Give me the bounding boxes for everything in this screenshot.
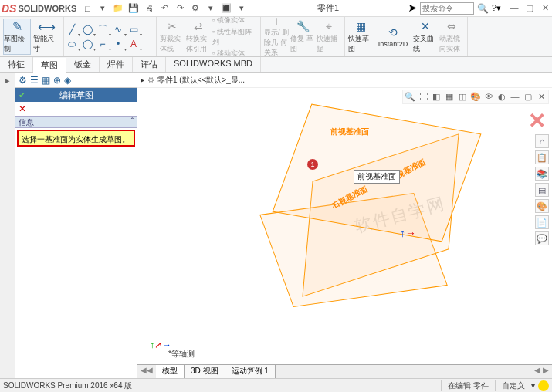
appearance-icon[interactable]: ◈: [64, 75, 71, 86]
point-tool-icon[interactable]: •: [112, 38, 124, 50]
search-input[interactable]: [420, 2, 474, 15]
qat-rebuild-icon[interactable]: 🔳: [220, 2, 232, 15]
help-icon[interactable]: ?▾: [492, 3, 501, 13]
qat-dd3-icon[interactable]: ▾: [235, 2, 248, 15]
custom-text[interactable]: 自定义: [495, 380, 531, 391]
qat-dd-icon[interactable]: ▾: [97, 2, 109, 15]
search-toggle-icon[interactable]: ⮞: [408, 4, 417, 13]
smart-dimension-button[interactable]: ⟷ 智能尺 寸: [32, 19, 60, 55]
front-plane-label: 前视基准面: [330, 127, 369, 137]
tab-sheetmetal[interactable]: 钣金: [66, 57, 100, 72]
view-orientation-label: *等轴测: [168, 349, 195, 360]
repair-button[interactable]: 🔧修复 草图: [290, 19, 315, 55]
motion-tabs: ◀◀ 模型 3D 视图 运动算例 1 ◀ ▶: [137, 364, 552, 378]
maximize-icon[interactable]: ▢: [524, 3, 535, 13]
res-icon[interactable]: 📋: [535, 150, 549, 164]
forum-icon[interactable]: 💬: [535, 231, 549, 245]
qat-dd2-icon[interactable]: ▾: [205, 2, 217, 15]
tab-features[interactable]: 特征: [0, 57, 33, 72]
quick-sketch-button[interactable]: ▦快速草 图: [348, 19, 373, 55]
qat-new-icon[interactable]: □: [81, 2, 93, 15]
sketch-icon: ✎: [12, 19, 22, 34]
qat-options-icon[interactable]: ⚙: [189, 2, 201, 15]
breadcrumb-text[interactable]: 零件1 (默认<<默认>_显...: [157, 75, 245, 86]
quick-snap-button[interactable]: ⌖快速捕 捉: [317, 19, 341, 55]
rebuild-warn-icon[interactable]: [538, 380, 549, 391]
close-icon[interactable]: ✕: [540, 3, 550, 13]
hud-min-icon[interactable]: —: [510, 92, 520, 102]
model-tab[interactable]: 模型: [156, 365, 185, 378]
cross-curve-button[interactable]: ✕交叉曲 线: [413, 19, 438, 55]
ok-icon[interactable]: ✔: [19, 90, 25, 100]
hud-fit-icon[interactable]: ⛶: [418, 92, 428, 102]
spline-tool-icon[interactable]: ∿: [112, 23, 124, 35]
tree-tab-icon[interactable]: ▸: [5, 76, 10, 86]
hud-hide-icon[interactable]: ◐: [496, 92, 507, 102]
prop-icon[interactable]: 📄: [535, 215, 549, 229]
content-area: ▸ ⚙ ☰ ▦ ⊕ ◈ ✔ 编辑草图 ✕ 信息 ˆ 选择一基准面为实体生成草图。…: [0, 73, 552, 378]
hud-close-icon[interactable]: ✕: [536, 92, 547, 102]
motion-study-tab[interactable]: 运动算例 1: [225, 365, 276, 378]
feature-tree-icon[interactable]: ⚙: [19, 75, 27, 86]
tab-sketch[interactable]: 草图: [33, 58, 66, 73]
qat-save-icon[interactable]: 💾: [127, 2, 140, 15]
convert-button[interactable]: ⇄转换实 体引用: [186, 19, 211, 55]
tab-evaluate[interactable]: 评估: [133, 57, 166, 72]
tab-mbd[interactable]: SOLIDWORKS MBD: [166, 57, 261, 72]
appear-icon[interactable]: 🎨: [535, 199, 549, 213]
slot-tool-icon[interactable]: ⬭: [66, 38, 78, 50]
sketch-create-button[interactable]: ✎ 草图绘 制: [3, 19, 31, 55]
relations-button[interactable]: ⊥显示/ 删除几 何关系: [264, 19, 289, 55]
part-icon: ⚙: [147, 76, 154, 84]
trim-button[interactable]: ✂剪裁实 体线: [160, 19, 185, 55]
plane-callout: 前视基准面: [354, 170, 400, 184]
hud-scene-icon[interactable]: 🎨: [470, 92, 481, 102]
ellipse-tool-icon[interactable]: ◯: [81, 38, 93, 50]
tab-scroll-left-icon[interactable]: ◀◀: [137, 365, 156, 378]
text-tool-icon[interactable]: A: [127, 38, 140, 50]
arc-tool-icon[interactable]: ⌒: [97, 23, 109, 35]
tab-scroll-right-icon[interactable]: ◀ ▶: [531, 365, 552, 378]
hud-display-icon[interactable]: ▦: [444, 92, 455, 102]
fillet-tool-icon[interactable]: ⌐: [97, 38, 109, 50]
qat-undo-icon[interactable]: ↶: [158, 2, 171, 15]
panel-title: 编辑草图: [59, 90, 93, 101]
target-icon[interactable]: ⊕: [53, 75, 61, 86]
status-dd-icon[interactable]: ▾: [531, 381, 535, 390]
line-tool-icon[interactable]: ╱: [66, 23, 78, 35]
mirror-item[interactable]: 镜像实体: [212, 15, 257, 25]
qat-open-icon[interactable]: 📁: [112, 2, 124, 15]
qat-print-icon[interactable]: 🖨: [143, 2, 155, 15]
tab-weldments[interactable]: 焊件: [100, 57, 133, 72]
instant2d-button[interactable]: ⟲Instant2D: [374, 19, 411, 55]
home-icon[interactable]: ⌂: [535, 134, 549, 148]
config-icon[interactable]: ☰: [30, 75, 39, 86]
graphics-area[interactable]: ▸ ⚙ 零件1 (默认<<默认>_显... 🔍 ⛶ ◧ ▦ ◫ 🎨 👁 ◐ — …: [137, 73, 552, 378]
origin-icon: ↑→: [400, 227, 416, 239]
collapse-icon: ˆ: [131, 117, 134, 127]
display-icon[interactable]: ▦: [42, 75, 50, 86]
info-header[interactable]: 信息 ˆ: [15, 116, 137, 128]
rect-tool-icon[interactable]: ▭: [127, 23, 140, 35]
heads-up-toolbar: 🔍 ⛶ ◧ ▦ ◫ 🎨 👁 ◐ — ▢ ✕: [402, 90, 549, 104]
search-icon[interactable]: 🔍: [477, 3, 489, 14]
hud-section-icon[interactable]: ◫: [457, 92, 468, 102]
command-tabs: 特征 草图 钣金 焊件 评估 SOLIDWORKS MBD: [0, 57, 552, 73]
dynamic-mirror-button[interactable]: ⇔动态镜 向实体: [439, 19, 464, 55]
minimize-icon[interactable]: —: [509, 3, 520, 13]
ribbon: ✎ 草图绘 制 ⟷ 智能尺 寸 ╱ ◯ ⌒ ∿ ▭ ⬭ ◯ ⌐ • A ✂剪裁实…: [0, 17, 552, 57]
lib-icon[interactable]: 📚: [535, 167, 549, 181]
pattern-item[interactable]: 线性草图阵列: [212, 27, 257, 47]
hud-view-icon[interactable]: 👁: [483, 92, 494, 102]
reference-planes: 前视基准面 上视基准面 右视基准面 前视基准面 1 ↑→: [246, 111, 493, 327]
circle-tool-icon[interactable]: ◯: [81, 23, 93, 35]
hud-zoom-icon[interactable]: 🔍: [405, 92, 415, 102]
3dview-tab[interactable]: 3D 视图: [185, 365, 225, 378]
tree-icon[interactable]: ▸: [141, 76, 144, 84]
qat-redo-icon[interactable]: ↷: [174, 2, 186, 15]
hud-max-icon[interactable]: ▢: [523, 92, 533, 102]
sketch-exit-icon[interactable]: ✕: [528, 108, 546, 133]
panel-close-button[interactable]: ✕: [15, 102, 137, 116]
view-pal-icon[interactable]: ▤: [535, 183, 549, 197]
hud-orient-icon[interactable]: ◧: [431, 92, 442, 102]
